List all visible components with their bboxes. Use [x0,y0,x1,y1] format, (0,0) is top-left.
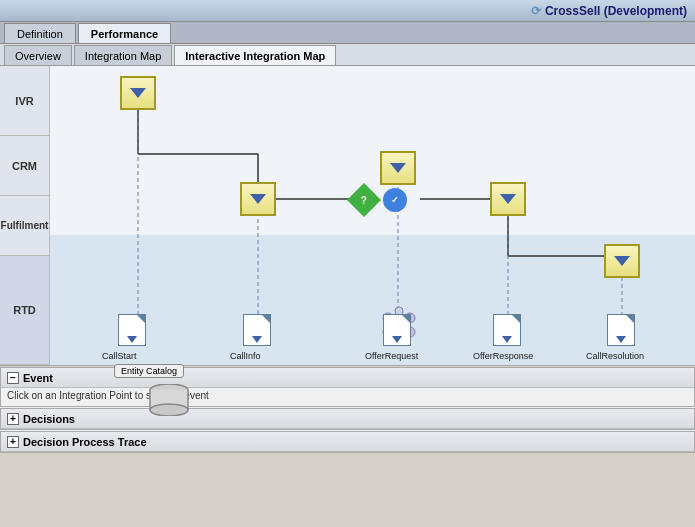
decisions-title: Decisions [23,413,75,425]
event-toggle[interactable]: − [7,372,19,384]
doc-arrow-callresolution [616,336,626,343]
event-panel-header[interactable]: − Event [1,368,694,388]
rtd-doc-offerresponse[interactable] [493,314,521,346]
decisions-panel-header[interactable]: + Decisions [1,409,694,429]
rtd-doc-callstart[interactable] [118,314,146,346]
doc-icon-offerrequest [383,314,411,346]
tab-overview[interactable]: Overview [4,45,72,65]
doc-arrow-callstart [127,336,137,343]
decision-label: ? [361,194,367,205]
crm-node-1[interactable] [240,182,276,216]
ivr-node[interactable] [120,76,156,110]
offerresponse-label: OfferResponse [473,351,533,361]
callresolution-label: CallResolution [586,351,644,361]
tabs-row1: Definition Performance [0,22,695,44]
header-icon: ⟳ [531,4,541,18]
decision-node[interactable]: ? [347,183,381,217]
row-labels: IVR CRM Fulfilment RTD [0,66,50,365]
validate-node[interactable]: ✓ [383,188,407,212]
tab-interactive-integration-map[interactable]: Interactive Integration Map [174,45,336,65]
app-title: CrossSell (Development) [545,4,687,18]
dpt-panel-header[interactable]: + Decision Process Trace [1,432,694,452]
tab-integration-map[interactable]: Integration Map [74,45,172,65]
decisions-panel: + Decisions [0,408,695,430]
label-fulfilment: Fulfilment [0,196,49,256]
callinfo-label: CallInfo [230,351,261,361]
event-content: Click on an Integration Point to send an… [1,388,694,406]
doc-icon-callstart [118,314,146,346]
callstart-label: CallStart [102,351,137,361]
label-rtd: RTD [0,256,49,365]
event-title: Event [23,372,53,384]
dpt-toggle[interactable]: + [7,436,19,448]
decision-process-trace-panel: + Decision Process Trace [0,431,695,453]
rtd-doc-callresolution[interactable] [607,314,635,346]
doc-arrow-offerresponse [502,336,512,343]
crm-node2-arrow [390,163,406,173]
crm-node3-arrow [500,194,516,204]
offerrequest-label: OfferRequest [365,351,418,361]
decisions-toggle[interactable]: + [7,413,19,425]
event-panel: − Event Click on an Integration Point to… [0,367,695,407]
doc-arrow-callinfo [252,336,262,343]
validate-label: ✓ [391,195,399,205]
tab-performance[interactable]: Performance [78,23,171,43]
crm-node-3[interactable] [490,182,526,216]
bottom-panels: − Event Click on an Integration Point to… [0,367,695,453]
doc-icon-callresolution [607,314,635,346]
entity-catalog[interactable]: Entity Catalog [114,364,184,378]
crm-node-2[interactable] [380,151,416,185]
rtd-doc-offerrequest[interactable] [383,314,411,346]
label-crm: CRM [0,136,49,196]
fulfilment-node[interactable] [604,244,640,278]
header: ⟳ CrossSell (Development) [0,0,695,22]
diagram-container: IVR CRM Fulfilment RTD [0,66,695,366]
dpt-title: Decision Process Trace [23,436,147,448]
doc-icon-callinfo [243,314,271,346]
label-ivr: IVR [0,66,49,136]
ivr-node-arrow [130,88,146,98]
svg-point-27 [150,404,188,416]
doc-icon-offerresponse [493,314,521,346]
tabs-row2: Overview Integration Map Interactive Int… [0,44,695,66]
crm-node1-arrow [250,194,266,204]
diagram-canvas[interactable]: ? ✓ [50,66,695,365]
database-icon [148,384,190,418]
rtd-background [50,235,695,365]
rtd-doc-callinfo[interactable] [243,314,271,346]
fulfilment-node-arrow [614,256,630,266]
doc-arrow-offerrequest [392,336,402,343]
header-title: ⟳ CrossSell (Development) [531,4,687,18]
tab-definition[interactable]: Definition [4,23,76,43]
